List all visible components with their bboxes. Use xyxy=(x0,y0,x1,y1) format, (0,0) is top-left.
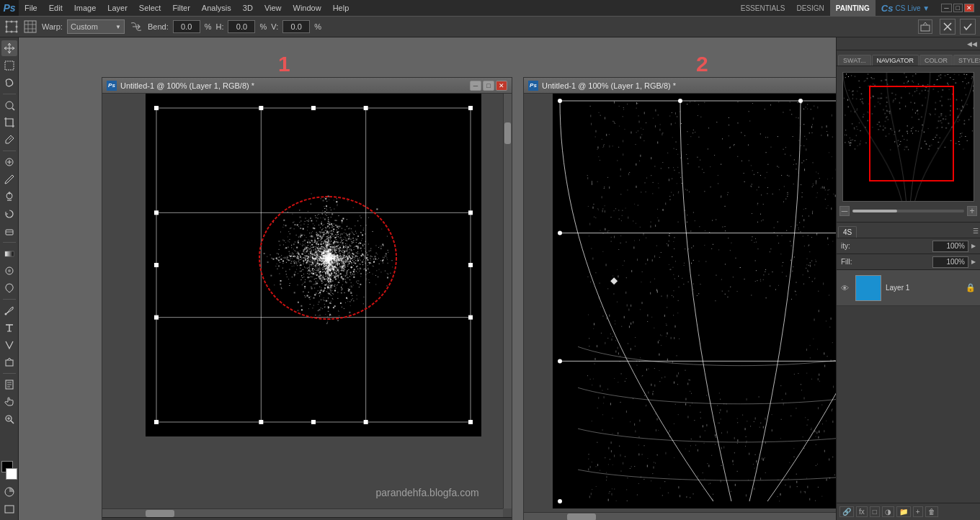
h-input[interactable] xyxy=(228,20,255,33)
navigator-canvas xyxy=(843,73,974,201)
menu-layer[interactable]: Layer xyxy=(102,0,133,16)
menu-edit[interactable]: Edit xyxy=(43,0,68,16)
document-window-1: Ps Untitled-1 @ 100% (Layer 1, RGB/8) * … xyxy=(102,77,512,520)
fill-arrow[interactable]: ▶ xyxy=(971,259,976,265)
h-unit: % xyxy=(259,22,267,31)
menu-window[interactable]: Window xyxy=(288,0,327,16)
cancel-button[interactable] xyxy=(940,19,956,35)
canvas-1[interactable] xyxy=(102,94,503,508)
adjustment-btn[interactable]: ◑ xyxy=(882,506,894,517)
layer-style-btn[interactable]: fx xyxy=(856,506,868,517)
doc-content-2 xyxy=(524,94,836,520)
tab-4s[interactable]: 4S xyxy=(838,226,857,238)
svg-point-5 xyxy=(16,26,18,28)
tool-selection[interactable] xyxy=(1,58,17,73)
menu-file[interactable]: File xyxy=(19,0,43,16)
menu-help[interactable]: Help xyxy=(327,0,355,16)
layer-mask-btn[interactable]: □ xyxy=(870,506,880,517)
opacity-arrow[interactable]: ▶ xyxy=(971,243,976,249)
doc-scrollbar-h-1[interactable] xyxy=(102,508,503,517)
workspace-painting[interactable]: PAINTING xyxy=(830,0,876,16)
content-aware-icon[interactable] xyxy=(918,19,932,34)
panel-menu-btn[interactable]: ☰ xyxy=(973,228,979,235)
tool-separator-2 xyxy=(3,151,16,151)
canvas-2[interactable] xyxy=(524,94,836,512)
doc-minimize-1[interactable]: ─ xyxy=(470,81,481,91)
new-layer-btn[interactable]: + xyxy=(913,506,923,517)
tool-separator-3 xyxy=(3,242,16,243)
workspace-design[interactable]: DESIGN xyxy=(790,0,829,16)
layer-visibility-eye[interactable]: 👁 xyxy=(841,284,851,292)
tab-swatches[interactable]: SWAT... xyxy=(838,55,871,66)
tool-shape[interactable] xyxy=(1,354,17,370)
opacity-value[interactable]: 100% xyxy=(932,241,968,252)
menu-select[interactable]: Select xyxy=(133,0,167,16)
nav-zoom-in[interactable]: + xyxy=(967,206,977,216)
screen-mode-btn[interactable] xyxy=(1,501,17,517)
cs-live-btn[interactable]: Cs CS Live ▼ xyxy=(876,0,935,16)
tool-crop[interactable] xyxy=(1,115,17,130)
quick-mask-btn[interactable] xyxy=(1,484,17,500)
fill-row: Fill: 100% ▶ xyxy=(837,254,980,270)
tool-separator-4 xyxy=(3,299,16,300)
doc-title-1: Untitled-1 @ 100% (Layer 1, RGB/8) * xyxy=(120,81,468,90)
svg-point-18 xyxy=(6,102,13,109)
tab-navigator[interactable]: NAVIGATOR xyxy=(872,55,919,66)
window-controls[interactable]: ─ □ ✕ xyxy=(935,0,980,16)
doc-close-1[interactable]: ✕ xyxy=(496,81,507,91)
doc-titlebar-1: Ps Untitled-1 @ 100% (Layer 1, RGB/8) * … xyxy=(102,78,512,94)
tool-gradient[interactable] xyxy=(1,246,17,261)
panel-collapse-btn[interactable]: ◀◀ xyxy=(967,40,977,48)
tool-move[interactable] xyxy=(1,40,17,56)
tool-hand[interactable] xyxy=(1,394,17,410)
tool-eyedropper[interactable] xyxy=(1,132,17,148)
tool-pen[interactable] xyxy=(1,302,17,318)
tool-zoom[interactable] xyxy=(1,411,17,427)
layer-item-1[interactable]: 👁 Layer 1 🔒 xyxy=(837,270,980,306)
doc-scrollbar-v-1[interactable] xyxy=(503,94,512,508)
tool-brush[interactable] xyxy=(1,171,17,187)
bend-input[interactable] xyxy=(173,20,200,33)
doc-canvas-2[interactable] xyxy=(524,94,836,512)
warp-dropdown[interactable]: Custom ▼ xyxy=(67,19,125,34)
right-panel: ◀◀ SWAT... NAVIGATOR COLOR STYLES ☰ ─ xyxy=(836,37,980,520)
tool-blur[interactable] xyxy=(1,263,17,279)
tool-clone[interactable] xyxy=(1,189,17,205)
doc-maximize-1[interactable]: □ xyxy=(483,81,494,91)
menu-view[interactable]: View xyxy=(259,0,288,16)
tool-text[interactable] xyxy=(1,320,17,336)
tool-eraser[interactable] xyxy=(1,223,17,239)
tool-path-selection[interactable] xyxy=(1,337,17,353)
menu-filter[interactable]: Filter xyxy=(166,0,195,16)
tool-history[interactable] xyxy=(1,206,17,222)
nav-zoom-slider[interactable] xyxy=(852,210,964,212)
svg-point-8 xyxy=(16,31,18,33)
tool-dodge[interactable] xyxy=(1,280,17,296)
layer-name: Layer 1 xyxy=(886,284,909,292)
commit-button[interactable] xyxy=(960,19,976,35)
tool-healing[interactable] xyxy=(1,154,17,170)
delete-layer-btn[interactable]: 🗑 xyxy=(925,506,938,517)
svg-rect-14 xyxy=(921,25,930,31)
nav-zoom-out[interactable]: ─ xyxy=(839,206,850,216)
menu-3d[interactable]: 3D xyxy=(237,0,259,16)
tool-notes[interactable] xyxy=(1,377,17,393)
background-color[interactable] xyxy=(6,468,17,480)
new-group-btn[interactable]: 📁 xyxy=(896,506,911,517)
svg-point-2 xyxy=(11,21,13,23)
fill-value[interactable]: 100% xyxy=(932,256,968,268)
link-layers-btn[interactable]: 🔗 xyxy=(839,506,854,517)
menu-bar: Ps File Edit Image Layer Select Filter A… xyxy=(0,0,980,16)
tab-styles[interactable]: STYLES xyxy=(953,55,980,66)
menu-image[interactable]: Image xyxy=(68,0,102,16)
doc-canvas-1[interactable] xyxy=(102,94,503,508)
menu-analysis[interactable]: Analysis xyxy=(196,0,237,16)
workspace-essentials[interactable]: ESSENTIALS xyxy=(735,0,791,16)
app-logo: Ps xyxy=(0,0,19,16)
tool-quick-select[interactable] xyxy=(1,97,17,113)
tab-color[interactable]: COLOR xyxy=(919,55,953,66)
v-input[interactable] xyxy=(282,20,310,33)
tool-lasso[interactable] xyxy=(1,75,17,91)
doc-scrollbar-h-2[interactable] xyxy=(524,512,836,520)
svg-rect-9 xyxy=(24,21,36,32)
